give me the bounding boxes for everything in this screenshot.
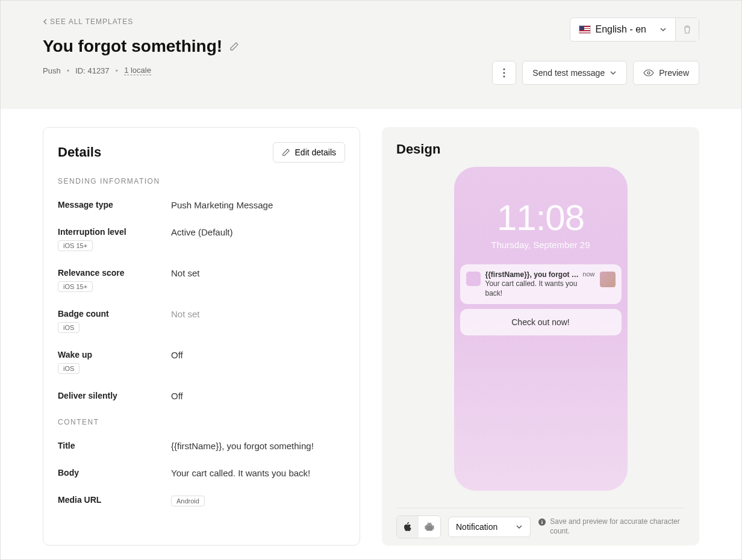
- platform-ios-button[interactable]: [397, 516, 419, 538]
- key-title: Title: [58, 441, 171, 450]
- locale-label: English - en: [596, 24, 647, 35]
- lockscreen-time: 11:08: [460, 197, 622, 238]
- row-wake-up: Wake up iOS Off: [58, 350, 345, 374]
- header-right: English - en Send test message Preview: [492, 17, 699, 85]
- key-media-url: Media URL: [58, 495, 171, 505]
- locale-delete-button[interactable]: [675, 18, 699, 41]
- details-panel: Details Edit details SENDING INFORMATION…: [43, 127, 360, 546]
- phone-preview: 11:08 Thursday, September 29 {{firstName…: [454, 167, 628, 491]
- send-test-button[interactable]: Send test message: [522, 61, 627, 85]
- info-icon: i: [538, 518, 546, 526]
- chevron-down-icon: [610, 70, 617, 75]
- svg-point-4: [428, 524, 429, 524]
- notification-type-select[interactable]: Notification: [448, 517, 531, 537]
- design-title: Design: [396, 142, 685, 157]
- locale-selector: English - en: [570, 17, 700, 42]
- meta-row: Push • ID: 41237 • 1 locale: [43, 66, 239, 75]
- meta-dot: •: [116, 66, 119, 75]
- details-title: Details: [58, 145, 101, 160]
- tag-android: Android: [171, 496, 205, 506]
- tag-ios: iOS: [58, 322, 80, 333]
- val-title: {{firstName}}, you forgot something!: [171, 441, 314, 451]
- val-deliver-silently: Off: [171, 391, 183, 401]
- edit-details-label: Edit details: [295, 148, 336, 157]
- apple-icon: [403, 521, 413, 532]
- svg-point-1: [504, 72, 505, 74]
- val-interruption: Active (Default): [171, 227, 233, 251]
- lockscreen-date: Thursday, September 29: [460, 240, 622, 250]
- tag-ios15: iOS 15+: [58, 240, 93, 251]
- svg-point-2: [504, 76, 505, 78]
- preview-button[interactable]: Preview: [633, 61, 699, 85]
- content: Details Edit details SENDING INFORMATION…: [1, 109, 741, 560]
- row-body: Body Your cart called. It wants you back…: [58, 468, 345, 478]
- svg-point-3: [647, 72, 650, 74]
- key-message-type: Message type: [58, 200, 171, 210]
- phone-preview-wrap: 11:08 Thursday, September 29 {{firstName…: [396, 157, 685, 508]
- title-row: You forgot something!: [43, 37, 239, 56]
- notification-text: Your cart called. It wants you back!: [485, 279, 595, 298]
- key-badge-count: Badge count: [58, 309, 171, 319]
- row-message-type: Message type Push Marketing Message: [58, 200, 345, 210]
- row-title: Title {{firstName}}, you forgot somethin…: [58, 441, 345, 451]
- header-left: SEE ALL TEMPLATES You forgot something! …: [43, 17, 239, 85]
- chevron-down-icon: [516, 524, 523, 529]
- notif-type-label: Notification: [456, 522, 497, 532]
- meta-type: Push: [43, 66, 61, 75]
- notification-card: {{firstName}}, you forgot somet... now Y…: [460, 264, 622, 304]
- key-body: Body: [58, 468, 171, 478]
- notification-action: Check out now!: [460, 309, 622, 335]
- val-body: Your cart called. It wants you back!: [171, 468, 310, 478]
- key-deliver-silently: Deliver silently: [58, 391, 171, 400]
- chevron-down-icon: [659, 27, 667, 32]
- locale-dropdown[interactable]: English - en: [570, 24, 676, 35]
- details-header: Details Edit details: [58, 142, 345, 163]
- row-interruption: Interruption level iOS 15+ Active (Defau…: [58, 227, 345, 251]
- val-message-type: Push Marketing Message: [171, 200, 273, 210]
- preview-label: Preview: [659, 68, 689, 78]
- android-icon: [425, 522, 434, 532]
- send-test-label: Send test message: [532, 68, 605, 78]
- app-icon: [466, 272, 481, 286]
- pencil-icon: [282, 148, 290, 157]
- tag-ios: iOS: [58, 363, 80, 374]
- edit-details-button[interactable]: Edit details: [273, 142, 345, 163]
- hint-text: Save and preview for accurate character …: [550, 517, 685, 536]
- key-interruption: Interruption level: [58, 227, 171, 237]
- trash-icon: [683, 25, 691, 34]
- platform-toggle: [396, 515, 441, 538]
- dots-vertical-icon: [503, 68, 505, 78]
- meta-id: ID: 41237: [75, 66, 109, 75]
- section-sending-label: SENDING INFORMATION: [58, 177, 345, 185]
- meta-dot: •: [67, 66, 70, 75]
- key-wake-up: Wake up: [58, 350, 171, 359]
- row-relevance: Relevance score iOS 15+ Not set: [58, 268, 345, 292]
- val-badge-count: Not set: [171, 309, 200, 333]
- pencil-icon[interactable]: [229, 42, 239, 51]
- tag-ios15: iOS 15+: [58, 281, 93, 292]
- notification-media-thumb: [600, 272, 616, 287]
- svg-point-0: [504, 69, 505, 70]
- section-content-label: CONTENT: [58, 418, 345, 426]
- more-button[interactable]: [492, 61, 516, 85]
- row-badge-count: Badge count iOS Not set: [58, 309, 345, 333]
- design-footer: Notification i Save and preview for accu…: [396, 508, 685, 546]
- notification-title: {{firstName}}, you forgot somet...: [485, 270, 581, 279]
- back-label: SEE ALL TEMPLATES: [50, 17, 133, 26]
- platform-android-button[interactable]: [419, 516, 440, 538]
- meta-locale[interactable]: 1 locale: [124, 66, 151, 75]
- row-media-url: Media URL Android: [58, 495, 345, 506]
- back-link[interactable]: SEE ALL TEMPLATES: [43, 17, 239, 26]
- flag-us-icon: [579, 25, 591, 34]
- val-relevance: Not set: [171, 268, 200, 292]
- page-title: You forgot something!: [43, 37, 222, 56]
- svg-point-5: [431, 524, 431, 524]
- action-buttons: Send test message Preview: [492, 61, 699, 85]
- row-deliver-silently: Deliver silently Off: [58, 391, 345, 401]
- val-media-url: Android: [171, 495, 205, 506]
- val-wake-up: Off: [171, 350, 183, 374]
- info-hint: i Save and preview for accurate characte…: [538, 517, 685, 536]
- key-relevance: Relevance score: [58, 268, 171, 278]
- design-panel: Design 11:08 Thursday, September 29 {{fi…: [382, 127, 699, 546]
- eye-icon: [643, 69, 654, 76]
